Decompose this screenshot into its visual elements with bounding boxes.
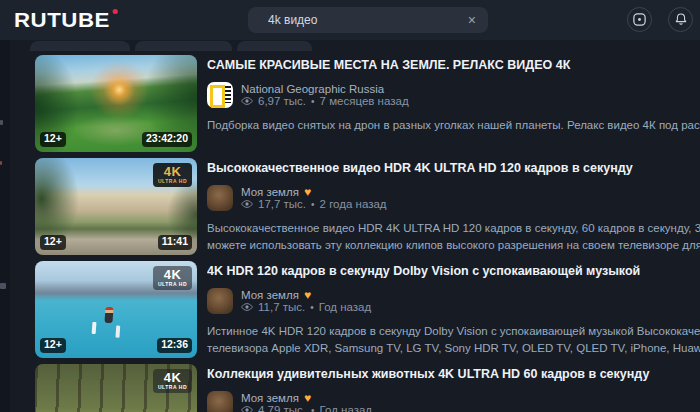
- age-rating-badge: 12+: [40, 235, 66, 250]
- meta-separator: •: [311, 405, 315, 412]
- views-count: 6,97 тыс.: [258, 95, 306, 107]
- video-thumbnail[interactable]: 12+ 23:42:20: [35, 55, 197, 152]
- video-description: Подборка видео снятых на дрон в разных у…: [207, 117, 700, 134]
- channel-row[interactable]: Моя земля ♥ 11,7 тыс. • Год назад: [207, 288, 700, 314]
- channel-row[interactable]: Моя земля ♥ 4,79 тыс. • Год назад: [207, 391, 700, 412]
- description-line: Истинное 4K HDR 120 кадров в секунду Dol…: [207, 323, 700, 340]
- description-line: Высококачественное видео HDR 4K ULTRA HD…: [207, 220, 700, 237]
- meta-separator: •: [311, 96, 315, 107]
- yellow-heart-icon: ♥: [304, 186, 311, 198]
- video-title[interactable]: САМЫЕ КРАСИВЫЕ МЕСТА НА ЗЕМЛЕ. РЕЛАКС ВИ…: [207, 57, 700, 74]
- channel-row[interactable]: Моя земля ♥ 17,7 тыс. • 2 года назад: [207, 185, 700, 211]
- video-meta: 6,97 тыс. • 7 месяцев назад: [241, 95, 409, 107]
- top-header: RUTUBE ×: [0, 0, 700, 40]
- video-age: 7 месяцев назад: [320, 95, 409, 107]
- video-age: Год назад: [319, 301, 372, 313]
- duration-badge: 12:36: [157, 338, 192, 353]
- channel-avatar-natgeo[interactable]: [207, 82, 233, 108]
- notifications-button[interactable]: [668, 7, 693, 32]
- filter-chips-row: [30, 41, 700, 51]
- views-eye-icon: [241, 199, 253, 209]
- views-eye-icon: [241, 405, 253, 412]
- search-input[interactable]: [268, 13, 466, 27]
- sidebar-edge-fragment: [0, 161, 2, 165]
- 4k-ultra-hd-badge: 4K ULTRA HD: [153, 163, 192, 187]
- channel-avatar-photo[interactable]: [207, 185, 233, 211]
- sidebar-clipped-edge: [0, 40, 10, 412]
- views-count: 17,7 тыс.: [258, 198, 306, 210]
- video-thumbnail[interactable]: 4K ULTRA HD: [35, 364, 197, 412]
- video-age: 2 года назад: [320, 198, 387, 210]
- video-card: 4K ULTRA HD 12+ 11:41 Высококачественное…: [35, 158, 700, 255]
- sidebar-edge-fragment: [0, 120, 3, 125]
- description-line: можете использовать эту коллекцию клипов…: [207, 237, 700, 254]
- views-eye-icon: [241, 302, 253, 312]
- yellow-heart-icon: ♥: [304, 289, 311, 301]
- bell-icon: [674, 12, 688, 27]
- video-age: Год назад: [320, 404, 373, 412]
- channel-name[interactable]: Моя земля: [241, 392, 299, 404]
- description-line: телевизора Apple XDR, Samsung TV, LG TV,…: [207, 340, 700, 357]
- channel-name[interactable]: National Geographic Russia: [241, 83, 384, 95]
- rutube-logo-text: RUTUBE: [14, 8, 110, 32]
- description-line: Подборка видео снятых на дрон в разных у…: [207, 117, 700, 134]
- filter-chip[interactable]: [135, 41, 232, 51]
- video-meta: 11,7 тыс. • Год назад: [241, 301, 371, 313]
- search-results: 12+ 23:42:20 САМЫЕ КРАСИВЫЕ МЕСТА НА ЗЕМ…: [0, 40, 700, 412]
- channel-avatar-photo[interactable]: [207, 391, 233, 412]
- channel-name[interactable]: Моя земля: [241, 289, 299, 301]
- header-actions: [627, 7, 693, 32]
- video-meta: 4,79 тыс. • Год назад: [241, 404, 372, 412]
- views-eye-icon: [241, 96, 253, 106]
- age-rating-badge: 12+: [40, 338, 66, 353]
- record-camera-icon: [632, 12, 647, 27]
- channel-avatar-photo[interactable]: [207, 288, 233, 314]
- video-meta: 17,7 тыс. • 2 года назад: [241, 198, 387, 210]
- search-clear-icon[interactable]: ×: [466, 13, 478, 27]
- channel-row[interactable]: National Geographic Russia 6,97 тыс. • 7…: [207, 82, 700, 108]
- video-card: 12+ 23:42:20 САМЫЕ КРАСИВЫЕ МЕСТА НА ЗЕМ…: [35, 55, 700, 152]
- video-thumbnail[interactable]: 4K ULTRA HD 12+ 11:41: [35, 158, 197, 255]
- channel-name[interactable]: Моя земля: [241, 186, 299, 198]
- duration-badge: 23:42:20: [142, 132, 192, 147]
- video-title[interactable]: Высококачественное видео HDR 4K ULTRA HD…: [207, 160, 700, 177]
- 4k-ultra-hd-badge: 4K ULTRA HD: [153, 266, 192, 290]
- video-card: 4K ULTRA HD Коллекция удивительных живот…: [35, 364, 700, 412]
- meta-separator: •: [311, 199, 315, 210]
- meta-separator: •: [310, 302, 314, 313]
- search-bar[interactable]: ×: [248, 7, 488, 33]
- upload-video-button[interactable]: [627, 7, 652, 32]
- video-thumbnail[interactable]: 4K ULTRA HD 12+ 12:36: [35, 261, 197, 358]
- views-count: 11,7 тыс.: [258, 301, 305, 313]
- filter-chip[interactable]: [237, 41, 312, 51]
- video-description: Истинное 4K HDR 120 кадров в секунду Dol…: [207, 323, 700, 357]
- views-count: 4,79 тыс.: [258, 404, 306, 412]
- age-rating-badge: 12+: [40, 132, 66, 147]
- video-title[interactable]: 4K HDR 120 кадров в секунду Dolby Vision…: [207, 263, 700, 280]
- 4k-ultra-hd-badge: 4K ULTRA HD: [153, 369, 192, 393]
- video-description: Высококачественное видео HDR 4K ULTRA HD…: [207, 220, 700, 254]
- video-card: 4K ULTRA HD 12+ 12:36 4K HDR 120 кадров …: [35, 261, 700, 358]
- yellow-heart-icon: ♥: [304, 392, 311, 404]
- sidebar-edge-fragment: [0, 283, 6, 289]
- video-title[interactable]: Коллекция удивительных животных 4K ULTRA…: [207, 366, 700, 383]
- duration-badge: 11:41: [158, 235, 192, 250]
- logo-red-dot-icon: [112, 9, 117, 14]
- filter-chip[interactable]: [30, 41, 130, 51]
- rutube-logo[interactable]: RUTUBE: [14, 8, 117, 32]
